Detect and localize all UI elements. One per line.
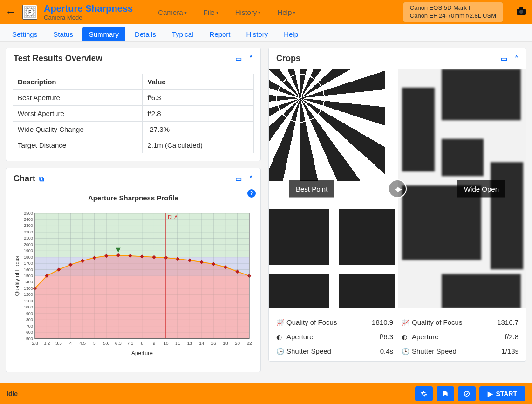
menu-help[interactable]: Help xyxy=(277,8,295,16)
crop-label-left: Best Point xyxy=(289,180,334,198)
results-panel-title: Test Results Overview xyxy=(14,54,102,63)
svg-text:1200: 1200 xyxy=(24,292,33,297)
svg-text:Quality of Focus: Quality of Focus xyxy=(14,256,20,296)
metric-label-ap: Aperture xyxy=(412,333,505,341)
help-icon[interactable]: ? xyxy=(247,189,256,198)
save-button[interactable] xyxy=(437,386,454,401)
svg-text:5.6: 5.6 xyxy=(103,341,109,346)
result-val: -27.3% xyxy=(143,122,254,137)
tab-history[interactable]: History xyxy=(240,27,275,41)
aperture-icon: ◐ xyxy=(402,333,412,341)
result-desc: Worst Aperture xyxy=(13,106,143,122)
chart-title: Aperture Sharpness Profile xyxy=(13,194,254,202)
svg-text:800: 800 xyxy=(26,317,33,322)
svg-text:9: 9 xyxy=(153,341,156,346)
metric-label-qof: Quality of Focus xyxy=(412,318,497,326)
svg-text:6.3: 6.3 xyxy=(115,341,122,346)
back-button[interactable]: ← xyxy=(6,6,16,18)
svg-text:1800: 1800 xyxy=(24,255,33,260)
aperture-icon: ◐ xyxy=(276,333,286,341)
copy-chart-icon[interactable]: ⧉ xyxy=(39,175,44,183)
validate-button[interactable] xyxy=(458,386,476,401)
crops-panel-title: Crops xyxy=(276,54,300,63)
svg-text:1600: 1600 xyxy=(24,267,33,272)
tab-status[interactable]: Status xyxy=(47,27,80,41)
svg-text:18: 18 xyxy=(223,341,228,346)
svg-text:Aperture: Aperture xyxy=(131,350,153,356)
collapse-icon[interactable]: ˄ xyxy=(249,55,253,63)
crops-panel: Crops ▭ ˄ ◀ ▶ Best Point Wide Open xyxy=(268,48,526,362)
status-text: Idle xyxy=(7,390,18,397)
page-subtitle: Camera Mode xyxy=(44,14,133,21)
collapse-icon[interactable]: ˄ xyxy=(249,175,253,183)
svg-text:7.1: 7.1 xyxy=(127,341,133,346)
camera-icon[interactable] xyxy=(516,7,526,18)
svg-text:11: 11 xyxy=(175,341,181,346)
collapse-icon[interactable]: ˄ xyxy=(515,55,518,63)
menu-file[interactable]: File xyxy=(204,8,218,16)
svg-text:16: 16 xyxy=(211,341,217,346)
svg-text:3.2: 3.2 xyxy=(43,341,50,346)
metric-val-ap-left: f/6.3 xyxy=(380,333,393,341)
page-title: Aperture Sharpness xyxy=(44,3,133,14)
result-desc: Best Aperture xyxy=(13,90,143,106)
tab-report[interactable]: Report xyxy=(203,27,237,41)
results-panel: Test Results Overview ▭ ˄ Description Va… xyxy=(6,48,261,161)
svg-text:10: 10 xyxy=(164,341,169,346)
tab-summary[interactable]: Summary xyxy=(82,27,125,41)
svg-text:600: 600 xyxy=(26,330,33,335)
result-val: 2.1m (Calculated) xyxy=(143,137,254,153)
metric-label-sh: Shutter Speed xyxy=(286,347,380,355)
menu-camera[interactable]: Camera xyxy=(158,8,186,16)
svg-text:500: 500 xyxy=(26,336,33,341)
metric-label-sh: Shutter Speed xyxy=(412,347,501,355)
svg-text:13: 13 xyxy=(187,341,193,346)
result-val: f/2.8 xyxy=(143,106,254,122)
camera-lens-name: Canon EF 24-70mm f/2.8L USM xyxy=(410,12,496,20)
svg-text:2300: 2300 xyxy=(24,223,33,228)
svg-text:2000: 2000 xyxy=(24,242,33,247)
result-desc: Target Distance xyxy=(13,137,143,153)
comparison-viewer[interactable]: ◀ ▶ Best Point Wide Open xyxy=(269,69,526,308)
metric-val-qof-left: 1810.9 xyxy=(372,318,393,326)
svg-point-2 xyxy=(519,10,523,14)
svg-text:4.5: 4.5 xyxy=(79,341,86,346)
metric-label-qof: Quality of Focus xyxy=(286,318,372,326)
results-table: Description Value Best Aperturef/6.3Wors… xyxy=(13,74,254,153)
start-button[interactable]: ▶ START xyxy=(479,386,525,401)
camera-body-name: Canon EOS 5D Mark II xyxy=(410,4,496,12)
svg-text:3.5: 3.5 xyxy=(55,341,62,346)
metric-val-ap-right: f/2.8 xyxy=(505,333,518,341)
svg-text:2.8: 2.8 xyxy=(32,341,38,346)
tab-settings[interactable]: Settings xyxy=(6,27,44,41)
svg-text:14: 14 xyxy=(199,341,205,346)
svg-text:DLA: DLA xyxy=(168,214,178,220)
tab-typical[interactable]: Typical xyxy=(165,27,200,41)
tab-help[interactable]: Help xyxy=(277,27,305,41)
comparison-handle[interactable]: ◀ ▶ xyxy=(388,179,407,198)
svg-text:900: 900 xyxy=(26,311,33,316)
window-icon[interactable]: ▭ xyxy=(235,55,242,63)
sharpness-chart: DLA5006007008009001000110012001300140015… xyxy=(13,205,254,363)
svg-text:1900: 1900 xyxy=(24,248,33,253)
table-row: Best Aperturef/6.3 xyxy=(13,90,254,106)
svg-text:22: 22 xyxy=(246,341,252,346)
app-logo: F xyxy=(22,5,37,20)
svg-text:4: 4 xyxy=(69,341,72,346)
metric-val-sh-left: 0.4s xyxy=(380,347,393,355)
svg-text:20: 20 xyxy=(235,341,240,346)
window-icon[interactable]: ▭ xyxy=(501,55,507,63)
svg-text:1700: 1700 xyxy=(24,261,33,266)
camera-info-badge[interactable]: Canon EOS 5D Mark II Canon EF 24-70mm f/… xyxy=(403,2,503,22)
svg-text:2400: 2400 xyxy=(24,217,33,222)
menu-history[interactable]: History xyxy=(235,8,261,16)
settings-button[interactable] xyxy=(415,386,433,401)
svg-text:5: 5 xyxy=(93,341,96,346)
svg-text:1400: 1400 xyxy=(24,280,33,285)
clock-icon: 🕒 xyxy=(276,348,286,355)
tab-details[interactable]: Details xyxy=(128,27,163,41)
chart-panel-title: Chart xyxy=(14,174,35,184)
result-desc: Wide Quality Change xyxy=(13,122,143,137)
window-icon[interactable]: ▭ xyxy=(235,175,242,183)
metric-val-sh-right: 1/13s xyxy=(501,347,518,355)
